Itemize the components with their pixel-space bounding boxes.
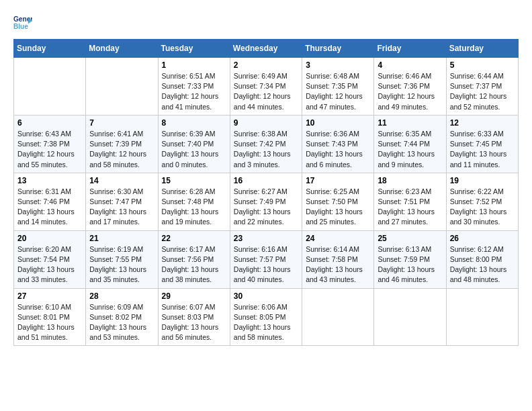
day-cell: 3 Sunrise: 6:48 AMSunset: 7:35 PMDayligh… xyxy=(302,58,374,116)
day-info: Sunrise: 6:51 AMSunset: 7:33 PMDaylight:… xyxy=(162,71,226,112)
day-cell: 5 Sunrise: 6:44 AMSunset: 7:37 PMDayligh… xyxy=(446,58,518,116)
day-cell: 4 Sunrise: 6:46 AMSunset: 7:36 PMDayligh… xyxy=(374,58,446,116)
day-number: 3 xyxy=(306,60,370,70)
weekday-header-monday: Monday xyxy=(86,40,158,58)
day-cell: 2 Sunrise: 6:49 AMSunset: 7:34 PMDayligh… xyxy=(230,58,302,116)
week-row-2: 6 Sunrise: 6:43 AMSunset: 7:38 PMDayligh… xyxy=(14,115,519,173)
day-cell: 16 Sunrise: 6:27 AMSunset: 7:49 PMDaylig… xyxy=(230,173,302,230)
day-cell: 11 Sunrise: 6:35 AMSunset: 7:44 PMDaylig… xyxy=(374,115,446,173)
day-cell: 28 Sunrise: 6:09 AMSunset: 8:02 PMDaylig… xyxy=(86,288,158,346)
day-number: 11 xyxy=(378,118,442,128)
day-number: 30 xyxy=(234,291,298,301)
day-info: Sunrise: 6:23 AMSunset: 7:51 PMDaylight:… xyxy=(378,187,442,228)
day-info: Sunrise: 6:43 AMSunset: 7:38 PMDaylight:… xyxy=(17,129,82,170)
day-cell: 30 Sunrise: 6:06 AMSunset: 8:05 PMDaylig… xyxy=(230,288,302,346)
logo: General Blue xyxy=(13,13,32,32)
day-cell: 14 Sunrise: 6:30 AMSunset: 7:47 PMDaylig… xyxy=(86,173,158,230)
day-cell: 19 Sunrise: 6:22 AMSunset: 7:52 PMDaylig… xyxy=(446,173,518,230)
day-info: Sunrise: 6:44 AMSunset: 7:37 PMDaylight:… xyxy=(450,71,515,112)
day-info: Sunrise: 6:16 AMSunset: 7:57 PMDaylight:… xyxy=(234,244,298,285)
day-info: Sunrise: 6:48 AMSunset: 7:35 PMDaylight:… xyxy=(306,71,370,112)
day-number: 27 xyxy=(17,291,82,301)
day-number: 18 xyxy=(378,176,442,185)
weekday-header-row: SundayMondayTuesdayWednesdayThursdayFrid… xyxy=(14,40,519,58)
weekday-header-friday: Friday xyxy=(374,40,446,58)
day-info: Sunrise: 6:36 AMSunset: 7:43 PMDaylight:… xyxy=(306,129,370,170)
day-cell: 26 Sunrise: 6:12 AMSunset: 8:00 PMDaylig… xyxy=(446,230,518,288)
day-cell: 17 Sunrise: 6:25 AMSunset: 7:50 PMDaylig… xyxy=(302,173,374,230)
day-cell: 21 Sunrise: 6:19 AMSunset: 7:55 PMDaylig… xyxy=(86,230,158,288)
day-cell: 27 Sunrise: 6:10 AMSunset: 8:01 PMDaylig… xyxy=(14,288,86,346)
weekday-header-sunday: Sunday xyxy=(14,40,86,58)
day-number: 22 xyxy=(162,234,226,243)
weekday-header-tuesday: Tuesday xyxy=(158,40,230,58)
day-cell xyxy=(86,58,158,116)
day-number: 2 xyxy=(234,60,298,70)
day-number: 1 xyxy=(162,60,226,70)
day-number: 16 xyxy=(234,176,298,185)
day-info: Sunrise: 6:41 AMSunset: 7:39 PMDaylight:… xyxy=(89,129,154,170)
day-info: Sunrise: 6:22 AMSunset: 7:52 PMDaylight:… xyxy=(450,187,515,228)
day-cell: 10 Sunrise: 6:36 AMSunset: 7:43 PMDaylig… xyxy=(302,115,374,173)
day-cell: 29 Sunrise: 6:07 AMSunset: 8:03 PMDaylig… xyxy=(158,288,230,346)
day-number: 20 xyxy=(17,234,82,243)
day-info: Sunrise: 6:33 AMSunset: 7:45 PMDaylight:… xyxy=(450,129,515,170)
weekday-header-saturday: Saturday xyxy=(446,40,518,58)
day-info: Sunrise: 6:13 AMSunset: 7:59 PMDaylight:… xyxy=(378,244,442,285)
weekday-header-thursday: Thursday xyxy=(302,40,374,58)
day-info: Sunrise: 6:14 AMSunset: 7:58 PMDaylight:… xyxy=(306,244,370,285)
day-cell: 23 Sunrise: 6:16 AMSunset: 7:57 PMDaylig… xyxy=(230,230,302,288)
logo-icon: General Blue xyxy=(13,13,32,32)
day-number: 7 xyxy=(89,118,154,128)
day-info: Sunrise: 6:09 AMSunset: 8:02 PMDaylight:… xyxy=(89,302,154,343)
day-number: 13 xyxy=(17,176,82,185)
day-cell: 18 Sunrise: 6:23 AMSunset: 7:51 PMDaylig… xyxy=(374,173,446,230)
day-info: Sunrise: 6:30 AMSunset: 7:47 PMDaylight:… xyxy=(89,187,154,228)
page-header: General Blue xyxy=(13,13,519,32)
day-number: 9 xyxy=(234,118,298,128)
day-number: 26 xyxy=(450,234,515,243)
day-cell: 13 Sunrise: 6:31 AMSunset: 7:46 PMDaylig… xyxy=(14,173,86,230)
day-info: Sunrise: 6:07 AMSunset: 8:03 PMDaylight:… xyxy=(162,302,226,343)
day-number: 15 xyxy=(162,176,226,185)
day-number: 25 xyxy=(378,234,442,243)
day-cell: 1 Sunrise: 6:51 AMSunset: 7:33 PMDayligh… xyxy=(158,58,230,116)
day-cell: 22 Sunrise: 6:17 AMSunset: 7:56 PMDaylig… xyxy=(158,230,230,288)
day-info: Sunrise: 6:27 AMSunset: 7:49 PMDaylight:… xyxy=(234,187,298,228)
day-info: Sunrise: 6:06 AMSunset: 8:05 PMDaylight:… xyxy=(234,302,298,343)
day-number: 21 xyxy=(89,234,154,243)
day-info: Sunrise: 6:31 AMSunset: 7:46 PMDaylight:… xyxy=(17,187,82,228)
day-cell xyxy=(302,288,374,346)
day-info: Sunrise: 6:17 AMSunset: 7:56 PMDaylight:… xyxy=(162,244,226,285)
svg-text:Blue: Blue xyxy=(13,23,28,30)
day-number: 4 xyxy=(378,60,442,70)
day-number: 12 xyxy=(450,118,515,128)
day-number: 14 xyxy=(89,176,154,185)
day-info: Sunrise: 6:49 AMSunset: 7:34 PMDaylight:… xyxy=(234,71,298,112)
day-number: 29 xyxy=(162,291,226,301)
day-info: Sunrise: 6:25 AMSunset: 7:50 PMDaylight:… xyxy=(306,187,370,228)
day-cell: 9 Sunrise: 6:38 AMSunset: 7:42 PMDayligh… xyxy=(230,115,302,173)
day-cell: 6 Sunrise: 6:43 AMSunset: 7:38 PMDayligh… xyxy=(14,115,86,173)
week-row-4: 20 Sunrise: 6:20 AMSunset: 7:54 PMDaylig… xyxy=(14,230,519,288)
day-number: 24 xyxy=(306,234,370,243)
day-info: Sunrise: 6:20 AMSunset: 7:54 PMDaylight:… xyxy=(17,244,82,285)
calendar-table: SundayMondayTuesdayWednesdayThursdayFrid… xyxy=(13,39,519,346)
day-number: 6 xyxy=(17,118,82,128)
day-info: Sunrise: 6:38 AMSunset: 7:42 PMDaylight:… xyxy=(234,129,298,170)
day-cell xyxy=(446,288,518,346)
day-number: 8 xyxy=(162,118,226,128)
day-number: 28 xyxy=(89,291,154,301)
day-cell: 7 Sunrise: 6:41 AMSunset: 7:39 PMDayligh… xyxy=(86,115,158,173)
day-cell xyxy=(14,58,86,116)
day-cell: 12 Sunrise: 6:33 AMSunset: 7:45 PMDaylig… xyxy=(446,115,518,173)
day-info: Sunrise: 6:46 AMSunset: 7:36 PMDaylight:… xyxy=(378,71,442,112)
day-info: Sunrise: 6:10 AMSunset: 8:01 PMDaylight:… xyxy=(17,302,82,343)
day-number: 19 xyxy=(450,176,515,185)
weekday-header-wednesday: Wednesday xyxy=(230,40,302,58)
day-cell: 25 Sunrise: 6:13 AMSunset: 7:59 PMDaylig… xyxy=(374,230,446,288)
day-number: 23 xyxy=(234,234,298,243)
day-number: 10 xyxy=(306,118,370,128)
day-cell xyxy=(374,288,446,346)
day-info: Sunrise: 6:28 AMSunset: 7:48 PMDaylight:… xyxy=(162,187,226,228)
